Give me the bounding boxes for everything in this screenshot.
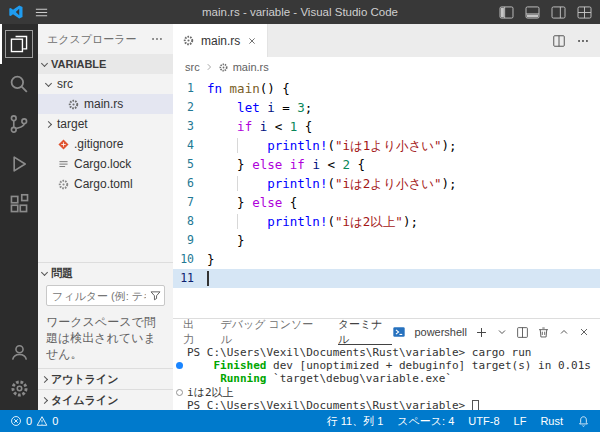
filter-icon[interactable] [149, 289, 162, 302]
cursor-position-status[interactable]: 行 11、列 1 [327, 414, 384, 429]
language-status[interactable]: Rust [540, 415, 563, 427]
chevron-down-icon[interactable] [496, 326, 508, 338]
code-line[interactable]: 4 println!("iは1より小さい"); [173, 136, 600, 155]
settings-gear-icon [9, 378, 30, 399]
problems-label: 問題 [51, 266, 73, 281]
toggle-secondary-sidebar-icon[interactable] [551, 6, 566, 19]
command-decoration-icon[interactable] [176, 389, 183, 396]
tree-item-Cargo.toml[interactable]: Cargo.toml [38, 174, 173, 194]
notifications-bell-icon[interactable] [577, 415, 590, 428]
sidebar-title: エクスプローラー [47, 32, 137, 47]
tree-item-target[interactable]: target [38, 114, 173, 134]
activity-settings-gear-icon[interactable] [0, 370, 38, 406]
account-icon [9, 342, 30, 363]
toggle-panel-icon[interactable] [525, 6, 540, 19]
activity-source-control-icon[interactable] [0, 104, 38, 144]
code-line[interactable]: 3 if i < 1 { [173, 117, 600, 136]
line-number: 2 [173, 98, 207, 117]
problems-filter-input[interactable] [46, 285, 165, 306]
tree-item-main.rs[interactable]: main.rs [38, 94, 173, 114]
line-number: 3 [173, 117, 207, 136]
line-number: 6 [173, 174, 207, 193]
activity-account-icon[interactable] [0, 334, 38, 370]
panel-tab[interactable]: 出力 [183, 319, 204, 345]
panel-tab[interactable]: ターミナル [338, 319, 393, 345]
tree-item-src[interactable]: src [38, 74, 173, 94]
rust-file-icon [182, 34, 195, 47]
activity-search-icon[interactable] [0, 64, 38, 104]
editor-area: main.rs src [173, 24, 600, 410]
split-editor-icon[interactable] [552, 34, 566, 48]
indentation-status[interactable]: スペース: 4 [397, 414, 454, 429]
code-line[interactable]: 7 } else { [173, 193, 600, 212]
section-header-outline[interactable]: アウトライン [38, 369, 173, 389]
panel: 出力デバッグ コンソールターミナル powershell [173, 318, 600, 410]
split-terminal-icon[interactable] [516, 326, 529, 339]
code-line[interactable]: 8 println!("iは2以上"); [173, 212, 600, 231]
file-tree: srcmain.rstarget.gitignoreCargo.lockCarg… [38, 74, 173, 194]
code-line[interactable]: 11 [173, 269, 600, 288]
tree-item-label: .gitignore [74, 137, 123, 151]
line-text: } else { [207, 193, 297, 212]
activity-extensions-icon[interactable] [0, 184, 38, 224]
command-decoration-icon[interactable] [176, 362, 183, 369]
line-number: 8 [173, 212, 207, 231]
timeline-label: タイムライン [51, 393, 119, 408]
panel-tab[interactable]: デバッグ コンソール [220, 319, 321, 345]
line-text: println!("iは2より小さい"); [207, 174, 457, 193]
explorer-icon [8, 33, 30, 55]
activity-explorer-icon[interactable] [0, 24, 38, 64]
line-text [207, 269, 209, 288]
menu-icon[interactable] [34, 5, 49, 20]
tree-item-label: target [57, 117, 88, 131]
code-line[interactable]: 2 let i = 3; [173, 98, 600, 117]
problems-status[interactable]: 0 0 [10, 415, 58, 427]
section-header-problems[interactable]: 問題 [38, 263, 173, 283]
line-number: 7 [173, 193, 207, 212]
problems-message: ワークスペースで問題は検出されていません。 [46, 314, 165, 362]
code-line[interactable]: 6 println!("iは2より小さい"); [173, 174, 600, 193]
activity-bar [0, 24, 38, 410]
section-header-timeline[interactable]: タイムライン [38, 390, 173, 410]
toggle-sidebar-icon[interactable] [499, 6, 514, 19]
activity-run-debug-icon[interactable] [0, 144, 38, 184]
new-terminal-icon[interactable] [475, 326, 488, 339]
code-editor[interactable]: 1fn main() {2 let i = 3;3 if i < 1 {4 pr… [173, 77, 600, 318]
error-count: 0 [26, 415, 32, 427]
breadcrumb-folder[interactable]: src [185, 61, 200, 73]
code-line[interactable]: 10} [173, 250, 600, 269]
run-debug-icon [8, 153, 30, 175]
shell-name[interactable]: powershell [414, 326, 467, 338]
chevron-down-icon [44, 79, 51, 86]
tab-main-rs[interactable]: main.rs [173, 24, 268, 57]
close-panel-icon[interactable] [578, 326, 590, 338]
close-icon[interactable] [246, 35, 258, 47]
tree-item-label: Cargo.lock [74, 157, 131, 171]
code-line[interactable]: 9 } [173, 231, 600, 250]
chevron-right-icon [41, 375, 48, 382]
activity-bar-bottom [0, 334, 38, 410]
trash-icon[interactable] [537, 326, 550, 339]
maximize-panel-icon[interactable] [558, 326, 570, 338]
encoding-status[interactable]: UTF-8 [468, 415, 499, 427]
customize-layout-icon[interactable] [577, 6, 592, 19]
eol-status[interactable]: LF [514, 415, 527, 427]
panel-tabs: 出力デバッグ コンソールターミナル [183, 319, 392, 345]
code-line[interactable]: 1fn main() { [173, 79, 600, 98]
line-text: println!("iは2以上"); [207, 212, 418, 231]
chevron-down-icon [41, 59, 48, 66]
section-header-variable[interactable]: VARIABLE [38, 54, 173, 74]
tree-item-Cargo.lock[interactable]: Cargo.lock [38, 154, 173, 174]
terminal-line: PS C:\Users\Vexil\Documents\Rust\variabl… [187, 346, 600, 359]
outline-label: アウトライン [51, 372, 119, 387]
code-line[interactable]: 5 } else if i < 2 { [173, 155, 600, 174]
tree-item-.gitignore[interactable]: .gitignore [38, 134, 173, 154]
line-number: 4 [173, 136, 207, 155]
terminal-line: PS C:\Users\Vexil\Documents\Rust\variabl… [187, 399, 600, 410]
breadcrumb-file[interactable]: main.rs [233, 61, 269, 73]
terminal[interactable]: PS C:\Users\Vexil\Documents\Rust\variabl… [173, 345, 600, 410]
more-actions-icon[interactable] [576, 34, 590, 48]
line-text: let i = 3; [207, 98, 312, 117]
section-label: VARIABLE [51, 58, 106, 70]
more-actions-icon[interactable] [150, 32, 164, 46]
